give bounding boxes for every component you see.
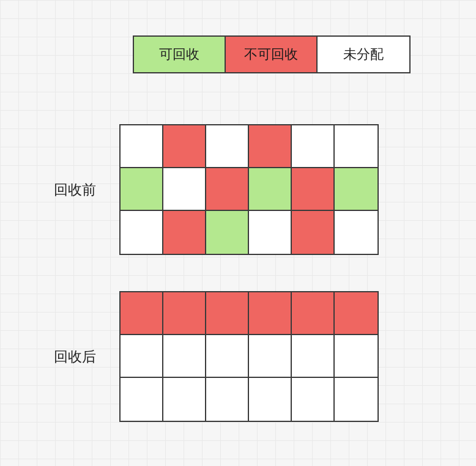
after-cell-r0-c0 bbox=[121, 292, 163, 335]
after-cell-r1-c2 bbox=[206, 335, 249, 378]
before-cell-r2-c5 bbox=[335, 211, 377, 254]
before-cell-r1-c3 bbox=[249, 168, 292, 211]
before-cell-r2-c2 bbox=[206, 211, 249, 254]
after-cell-r1-c1 bbox=[163, 335, 206, 378]
before-cell-r1-c4 bbox=[292, 168, 335, 211]
after-cell-r2-c3 bbox=[249, 378, 292, 421]
legend-item-recyclable: 可回收 bbox=[134, 37, 226, 72]
before-cell-r0-c4 bbox=[292, 125, 335, 168]
after-cell-r0-c5 bbox=[335, 292, 377, 335]
before-cell-r2-c3 bbox=[249, 211, 292, 254]
before-cell-r1-c1 bbox=[163, 168, 206, 211]
after-cell-r0-c1 bbox=[163, 292, 206, 335]
section-before: 回收前 bbox=[31, 124, 379, 255]
legend-item-nonrecyclable: 不可回收 bbox=[226, 37, 318, 72]
after-cell-r2-c1 bbox=[163, 378, 206, 421]
after-cell-r0-c4 bbox=[292, 292, 335, 335]
after-cell-r1-c5 bbox=[335, 335, 377, 378]
before-cell-r1-c5 bbox=[335, 168, 377, 211]
after-cell-r2-c5 bbox=[335, 378, 377, 421]
before-cell-r2-c0 bbox=[121, 211, 163, 254]
label-before: 回收前 bbox=[31, 180, 119, 199]
before-cell-r1-c2 bbox=[206, 168, 249, 211]
after-cell-r1-c0 bbox=[121, 335, 163, 378]
before-cell-r0-c0 bbox=[121, 125, 163, 168]
before-cell-r0-c2 bbox=[206, 125, 249, 168]
label-after: 回收后 bbox=[31, 347, 119, 366]
legend-item-unallocated: 未分配 bbox=[318, 37, 409, 72]
legend: 可回收 不可回收 未分配 bbox=[133, 35, 411, 73]
section-after: 回收后 bbox=[31, 291, 379, 422]
after-cell-r0-c2 bbox=[206, 292, 249, 335]
after-cell-r1-c4 bbox=[292, 335, 335, 378]
after-cell-r0-c3 bbox=[249, 292, 292, 335]
before-cell-r1-c0 bbox=[121, 168, 163, 211]
after-cell-r2-c4 bbox=[292, 378, 335, 421]
before-cell-r0-c1 bbox=[163, 125, 206, 168]
before-cell-r2-c4 bbox=[292, 211, 335, 254]
after-cell-r1-c3 bbox=[249, 335, 292, 378]
before-cell-r0-c5 bbox=[335, 125, 377, 168]
before-cell-r0-c3 bbox=[249, 125, 292, 168]
after-cell-r2-c0 bbox=[121, 378, 163, 421]
before-cell-r2-c1 bbox=[163, 211, 206, 254]
grid-after bbox=[119, 291, 379, 422]
after-cell-r2-c2 bbox=[206, 378, 249, 421]
grid-before bbox=[119, 124, 379, 255]
